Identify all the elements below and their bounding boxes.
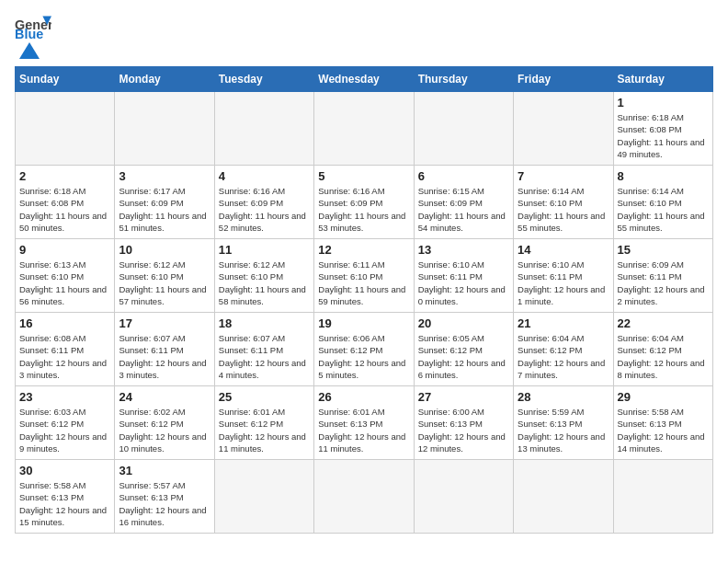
day-info: Sunrise: 6:08 AM Sunset: 6:11 PM Dayligh…: [19, 332, 110, 381]
svg-text:Blue: Blue: [15, 27, 43, 40]
day-number: 21: [518, 316, 609, 330]
day-info: Sunrise: 6:01 AM Sunset: 6:13 PM Dayligh…: [318, 406, 409, 454]
page-header: General Blue: [15, 15, 713, 59]
calendar-cell: 8Sunrise: 6:14 AM Sunset: 6:10 PM Daylig…: [613, 166, 712, 239]
calendar-cell: 28Sunrise: 5:59 AM Sunset: 6:13 PM Dayli…: [514, 386, 613, 460]
day-info: Sunrise: 6:00 AM Sunset: 6:13 PM Dayligh…: [418, 406, 509, 454]
calendar-cell: [214, 460, 313, 534]
day-info: Sunrise: 6:04 AM Sunset: 6:12 PM Dayligh…: [618, 332, 709, 381]
calendar-cell: [414, 460, 513, 534]
calendar-cell: 1Sunrise: 6:18 AM Sunset: 6:08 PM Daylig…: [613, 92, 712, 166]
calendar-cell: 23Sunrise: 6:03 AM Sunset: 6:12 PM Dayli…: [16, 386, 115, 460]
day-info: Sunrise: 5:58 AM Sunset: 6:13 PM Dayligh…: [618, 406, 709, 454]
calendar-cell: 3Sunrise: 6:17 AM Sunset: 6:09 PM Daylig…: [115, 166, 214, 239]
weekday-header-sunday: Sunday: [16, 67, 115, 92]
day-number: 5: [318, 169, 409, 183]
calendar-week-4: 16Sunrise: 6:08 AM Sunset: 6:11 PM Dayli…: [16, 313, 713, 386]
day-number: 23: [19, 390, 110, 404]
day-number: 29: [618, 390, 709, 404]
day-info: Sunrise: 6:04 AM Sunset: 6:12 PM Dayligh…: [518, 332, 609, 381]
calendar-cell: 25Sunrise: 6:01 AM Sunset: 6:12 PM Dayli…: [214, 386, 313, 460]
calendar-week-6: 30Sunrise: 5:58 AM Sunset: 6:13 PM Dayli…: [16, 460, 713, 534]
logo: General Blue: [15, 15, 51, 59]
calendar-header: SundayMondayTuesdayWednesdayThursdayFrid…: [16, 67, 713, 92]
day-number: 1: [618, 96, 709, 109]
logo-triangle-icon: [19, 42, 40, 59]
day-info: Sunrise: 6:05 AM Sunset: 6:12 PM Dayligh…: [418, 332, 509, 381]
weekday-header-wednesday: Wednesday: [314, 67, 414, 92]
day-info: Sunrise: 5:58 AM Sunset: 6:13 PM Dayligh…: [19, 479, 110, 528]
calendar-cell: [214, 92, 313, 166]
day-info: Sunrise: 6:12 AM Sunset: 6:10 PM Dayligh…: [219, 259, 310, 307]
day-number: 8: [618, 169, 709, 183]
calendar-cell: 13Sunrise: 6:10 AM Sunset: 6:11 PM Dayli…: [414, 239, 513, 313]
day-info: Sunrise: 6:13 AM Sunset: 6:10 PM Dayligh…: [19, 259, 110, 307]
calendar-week-5: 23Sunrise: 6:03 AM Sunset: 6:12 PM Dayli…: [16, 386, 713, 460]
calendar-cell: [314, 92, 414, 166]
calendar-cell: 22Sunrise: 6:04 AM Sunset: 6:12 PM Dayli…: [613, 313, 712, 386]
calendar-cell: 19Sunrise: 6:06 AM Sunset: 6:12 PM Dayli…: [314, 313, 414, 386]
calendar-cell: 5Sunrise: 6:16 AM Sunset: 6:09 PM Daylig…: [314, 166, 414, 239]
calendar-cell: 24Sunrise: 6:02 AM Sunset: 6:12 PM Dayli…: [115, 386, 214, 460]
weekday-header-tuesday: Tuesday: [214, 67, 313, 92]
day-info: Sunrise: 6:10 AM Sunset: 6:11 PM Dayligh…: [518, 259, 609, 307]
calendar-cell: [314, 460, 414, 534]
calendar-week-1: 1Sunrise: 6:18 AM Sunset: 6:08 PM Daylig…: [16, 92, 713, 166]
calendar-cell: 10Sunrise: 6:12 AM Sunset: 6:10 PM Dayli…: [115, 239, 214, 313]
day-number: 20: [418, 316, 509, 330]
calendar-cell: 17Sunrise: 6:07 AM Sunset: 6:11 PM Dayli…: [115, 313, 214, 386]
day-number: 26: [318, 390, 409, 404]
calendar-cell: 12Sunrise: 6:11 AM Sunset: 6:10 PM Dayli…: [314, 239, 414, 313]
calendar-table: SundayMondayTuesdayWednesdayThursdayFrid…: [15, 66, 713, 534]
logo-icon: General Blue: [15, 15, 51, 40]
calendar-cell: 4Sunrise: 6:16 AM Sunset: 6:09 PM Daylig…: [214, 166, 313, 239]
day-info: Sunrise: 6:14 AM Sunset: 6:10 PM Dayligh…: [518, 185, 609, 234]
day-info: Sunrise: 5:59 AM Sunset: 6:13 PM Dayligh…: [518, 406, 609, 454]
day-number: 4: [219, 169, 310, 183]
calendar-cell: [514, 92, 613, 166]
day-info: Sunrise: 6:07 AM Sunset: 6:11 PM Dayligh…: [219, 332, 310, 381]
day-number: 25: [219, 390, 310, 404]
day-info: Sunrise: 6:16 AM Sunset: 6:09 PM Dayligh…: [219, 185, 310, 234]
day-info: Sunrise: 6:03 AM Sunset: 6:12 PM Dayligh…: [19, 406, 110, 454]
day-info: Sunrise: 6:01 AM Sunset: 6:12 PM Dayligh…: [219, 406, 310, 454]
day-info: Sunrise: 6:18 AM Sunset: 6:08 PM Dayligh…: [19, 185, 110, 234]
day-info: Sunrise: 6:11 AM Sunset: 6:10 PM Dayligh…: [318, 259, 409, 307]
calendar-week-3: 9Sunrise: 6:13 AM Sunset: 6:10 PM Daylig…: [16, 239, 713, 313]
day-number: 2: [19, 169, 110, 183]
day-info: Sunrise: 6:07 AM Sunset: 6:11 PM Dayligh…: [119, 332, 210, 381]
day-number: 15: [618, 243, 709, 257]
calendar-cell: 30Sunrise: 5:58 AM Sunset: 6:13 PM Dayli…: [16, 460, 115, 534]
day-number: 18: [219, 316, 310, 330]
calendar-cell: [514, 460, 613, 534]
day-number: 22: [618, 316, 709, 330]
day-number: 19: [318, 316, 409, 330]
day-number: 27: [418, 390, 509, 404]
calendar-cell: 26Sunrise: 6:01 AM Sunset: 6:13 PM Dayli…: [314, 386, 414, 460]
day-info: Sunrise: 6:06 AM Sunset: 6:12 PM Dayligh…: [318, 332, 409, 381]
svg-marker-3: [19, 42, 40, 59]
day-info: Sunrise: 6:17 AM Sunset: 6:09 PM Dayligh…: [119, 185, 210, 234]
calendar-cell: [16, 92, 115, 166]
calendar-cell: 18Sunrise: 6:07 AM Sunset: 6:11 PM Dayli…: [214, 313, 313, 386]
day-number: 31: [119, 464, 210, 477]
day-info: Sunrise: 6:18 AM Sunset: 6:08 PM Dayligh…: [618, 111, 709, 160]
day-number: 11: [219, 243, 310, 257]
day-number: 28: [518, 390, 609, 404]
calendar-cell: 14Sunrise: 6:10 AM Sunset: 6:11 PM Dayli…: [514, 239, 613, 313]
weekday-header-monday: Monday: [115, 67, 214, 92]
day-info: Sunrise: 5:57 AM Sunset: 6:13 PM Dayligh…: [119, 479, 210, 528]
weekday-header-friday: Friday: [514, 67, 613, 92]
day-info: Sunrise: 6:10 AM Sunset: 6:11 PM Dayligh…: [418, 259, 509, 307]
day-number: 6: [418, 169, 509, 183]
day-number: 14: [518, 243, 609, 257]
calendar-cell: 2Sunrise: 6:18 AM Sunset: 6:08 PM Daylig…: [16, 166, 115, 239]
weekday-header-thursday: Thursday: [414, 67, 513, 92]
day-number: 3: [119, 169, 210, 183]
calendar-cell: 31Sunrise: 5:57 AM Sunset: 6:13 PM Dayli…: [115, 460, 214, 534]
day-number: 9: [19, 243, 110, 257]
calendar-cell: 7Sunrise: 6:14 AM Sunset: 6:10 PM Daylig…: [514, 166, 613, 239]
day-number: 7: [518, 169, 609, 183]
calendar-cell: [115, 92, 214, 166]
calendar-cell: [613, 460, 712, 534]
